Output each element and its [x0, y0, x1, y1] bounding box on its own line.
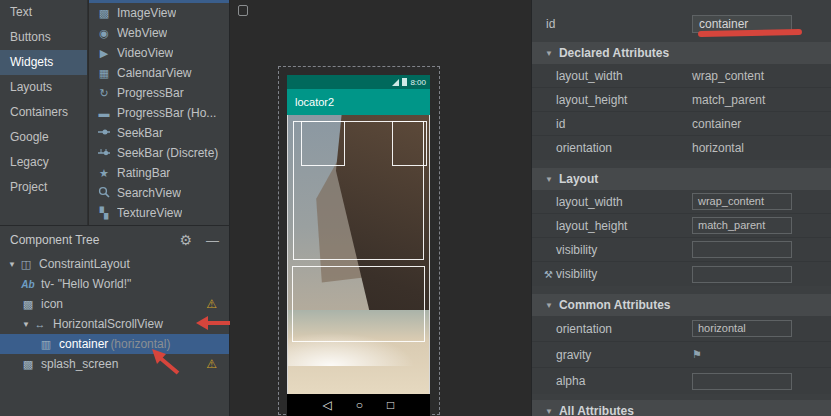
tree-item-horizontalscrollview[interactable]: ▼ ↔ HorizontalScrollView	[0, 314, 229, 334]
attribute-row[interactable]: layout_width wrap_content	[532, 190, 831, 214]
layout-bound-overlay	[301, 121, 345, 166]
palette-item-webview[interactable]: ◉ WebView	[89, 23, 229, 43]
linearlayout-horizontal-icon: ▥	[38, 338, 54, 351]
imageview-icon: ▩	[20, 358, 36, 371]
flag-icon[interactable]: ⚑	[692, 348, 702, 361]
layout-bound-overlay	[392, 121, 427, 166]
alpha-field[interactable]	[692, 373, 792, 390]
palette-item-label: WebView	[117, 26, 167, 40]
tree-item-icon[interactable]: ▩ icon ⚠	[0, 294, 229, 314]
tree-item-constraintlayout[interactable]: ▼ ◫ ConstraintLayout	[0, 254, 229, 274]
palette-category-text[interactable]: Text	[0, 0, 87, 25]
attribute-row[interactable]: orientation horizontal	[532, 136, 831, 160]
palette-item-videoview[interactable]: ▶ VideoView	[89, 43, 229, 63]
nav-back-icon[interactable]: ◁	[323, 398, 332, 412]
attribute-row[interactable]: layout_height match_parent	[532, 88, 831, 112]
palette-category-layouts[interactable]: Layouts	[0, 75, 87, 100]
attribute-value[interactable]: match_parent	[692, 93, 765, 107]
android-studio-layout-editor: Text Buttons Widgets Layouts Containers …	[0, 0, 831, 416]
attribute-row[interactable]: gravity ⚑	[532, 342, 831, 368]
palette-category-buttons[interactable]: Buttons	[0, 25, 87, 50]
visibility-field[interactable]	[692, 241, 792, 258]
warning-icon[interactable]: ⚠	[206, 357, 217, 371]
orientation-field[interactable]: horizontal	[692, 320, 792, 337]
progressbar-icon: ↻	[96, 87, 112, 100]
attribute-row[interactable]: layout_height match_parent	[532, 214, 831, 238]
chevron-down-icon[interactable]: ▼	[20, 320, 32, 329]
palette-item-calendarview[interactable]: ▦ CalendarView	[89, 63, 229, 83]
textureview-icon: ▚	[96, 207, 112, 220]
attribute-row[interactable]: layout_width wrap_content	[532, 64, 831, 88]
attribute-value[interactable]: horizontal	[692, 141, 744, 155]
layout-bound-overlay	[292, 266, 425, 342]
nav-home-icon[interactable]: ○	[356, 398, 363, 412]
palette-category-google[interactable]: Google	[0, 125, 87, 150]
tree-item-container[interactable]: ▥ container (horizontal)	[0, 334, 229, 354]
palette-item-ratingbar[interactable]: ★ RatingBar	[89, 163, 229, 183]
palette-widget-list: ▩ ImageView ◉ WebView ▶ VideoView ▦ Cale…	[89, 0, 230, 225]
horizontalscrollview-icon: ↔	[32, 318, 48, 330]
component-tree-header: Component Tree ⚙ —	[0, 226, 229, 254]
palette-item-progressbar-horizontal[interactable]: ▬ ProgressBar (Ho...	[89, 103, 229, 123]
minimize-icon[interactable]: —	[206, 233, 219, 248]
tools-visibility-field[interactable]	[692, 266, 792, 283]
canvas-file-icon	[238, 5, 248, 16]
imageview-icon: ▩	[96, 7, 112, 20]
device-preview[interactable]: 8:00 locator2 ◁ ○ □	[287, 75, 430, 416]
palette-category-project[interactable]: Project	[0, 175, 87, 200]
palette-item-label: SeekBar (Discrete)	[117, 146, 218, 160]
palette-item-label: CalendarView	[117, 66, 192, 80]
constraintlayout-icon: ◫	[18, 258, 34, 271]
palette-item-seekbar-discrete[interactable]: SeekBar (Discrete)	[89, 143, 229, 163]
device-content[interactable]	[287, 115, 430, 394]
battery-icon	[402, 78, 407, 86]
progressbar-horizontal-icon: ▬	[96, 107, 112, 119]
component-tree-title: Component Tree	[10, 233, 99, 247]
tree-item-textview[interactable]: Ab tv- "Hello World!"	[0, 274, 229, 294]
chevron-down-icon[interactable]: ▼	[545, 407, 553, 416]
chevron-down-icon[interactable]: ▼	[6, 260, 18, 269]
tree-item-splash-screen[interactable]: ▩ splash_screen ⚠	[0, 354, 229, 374]
layout-width-field[interactable]: wrap_content	[692, 193, 792, 210]
palette-item-progressbar[interactable]: ↻ ProgressBar	[89, 83, 229, 103]
palette-item-seekbar[interactable]: SeekBar	[89, 123, 229, 143]
attribute-row[interactable]: ⚒visibility	[532, 262, 831, 286]
device-nav-bar: ◁ ○ □	[287, 394, 430, 416]
attribute-value[interactable]: container	[692, 117, 741, 131]
device-status-bar: 8:00	[287, 75, 430, 89]
section-all-attributes[interactable]: ▼ All Attributes	[532, 400, 831, 416]
palette-category-containers[interactable]: Containers	[0, 100, 87, 125]
palette-item-label: ImageView	[117, 6, 176, 20]
ratingbar-icon: ★	[96, 167, 112, 180]
palette-category-legacy[interactable]: Legacy	[0, 150, 87, 175]
red-arrow-annotation	[148, 347, 182, 377]
palette-category-widgets[interactable]: Widgets	[0, 50, 87, 75]
palette-item-imageview[interactable]: ▩ ImageView	[89, 3, 229, 23]
seekbar-discrete-icon	[96, 147, 112, 159]
palette-item-searchview[interactable]: SearchView	[89, 183, 229, 203]
app-title: locator2	[295, 96, 334, 108]
section-layout[interactable]: ▼ Layout	[532, 168, 831, 190]
layout-height-field[interactable]: match_parent	[692, 217, 792, 234]
attribute-value[interactable]: wrap_content	[692, 69, 764, 83]
attribute-row[interactable]: alpha	[532, 368, 831, 394]
section-common-attributes[interactable]: ▼ Common Attributes	[532, 294, 831, 316]
chevron-down-icon[interactable]: ▼	[545, 301, 553, 310]
attribute-row[interactable]: orientation horizontal	[532, 316, 831, 342]
attribute-row[interactable]: id container	[532, 112, 831, 136]
attribute-row[interactable]: visibility	[532, 238, 831, 262]
seekbar-icon	[96, 127, 112, 139]
calendarview-icon: ▦	[96, 67, 112, 80]
design-canvas[interactable]: 8:00 locator2 ◁ ○ □	[230, 0, 531, 416]
imageview-icon: ▩	[20, 298, 36, 311]
gear-icon[interactable]: ⚙	[179, 232, 192, 248]
signal-icon	[392, 79, 399, 86]
section-declared-attributes[interactable]: ▼ Declared Attributes	[532, 42, 831, 64]
chevron-down-icon[interactable]: ▼	[545, 175, 553, 184]
warning-icon[interactable]: ⚠	[206, 297, 217, 311]
nav-recent-icon[interactable]: □	[387, 398, 394, 412]
chevron-down-icon[interactable]: ▼	[545, 49, 553, 58]
attribute-label: id	[532, 17, 692, 31]
palette-item-textureview[interactable]: ▚ TextureView	[89, 203, 229, 223]
textview-icon: Ab	[20, 279, 36, 290]
